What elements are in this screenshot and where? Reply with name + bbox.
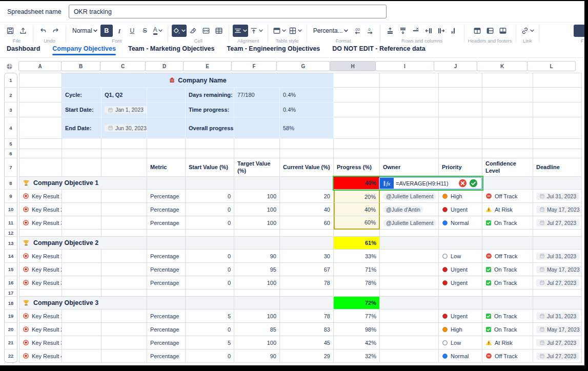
text-color-button[interactable]: A <box>152 25 164 37</box>
column-header-J[interactable]: J <box>434 61 477 71</box>
cell-C19[interactable] <box>102 310 147 323</box>
column-header-A[interactable]: A <box>18 61 62 71</box>
column-header-K[interactable]: K <box>477 61 528 71</box>
cell-K17[interactable] <box>482 290 533 297</box>
cell-K19[interactable]: On Track <box>482 310 533 323</box>
cell-D9[interactable]: Percentage <box>147 190 186 203</box>
cell-G10[interactable]: 40 <box>280 203 334 216</box>
cell-L8[interactable] <box>533 177 582 190</box>
cell-J19[interactable]: Urgent <box>439 310 482 323</box>
cell-H21[interactable]: 42% <box>334 336 380 349</box>
cell-F14[interactable]: 90 <box>234 250 280 263</box>
cell-I14[interactable] <box>380 250 439 263</box>
cell-E21[interactable]: 5 <box>186 336 234 349</box>
cell-L11[interactable]: Jul 27, 2023 <box>533 216 582 230</box>
cell-A10[interactable]: Key Result 2 <box>19 203 62 216</box>
cell-A20[interactable]: Key Result 2 <box>19 323 62 336</box>
cell-K22[interactable]: Off Track <box>482 349 533 363</box>
cell-I19[interactable] <box>380 310 439 323</box>
cell-A9[interactable]: Key Result 1 <box>19 190 62 203</box>
cell-F11[interactable]: 100 <box>234 216 280 230</box>
formula-confirm-button[interactable] <box>469 179 478 188</box>
cell-C12[interactable] <box>102 230 147 237</box>
cell-H12[interactable] <box>334 230 380 237</box>
cell-F20[interactable]: 85 <box>234 323 280 336</box>
cell-options-button[interactable] <box>213 25 225 37</box>
cell-H2[interactable] <box>334 88 380 102</box>
bold-button[interactable]: B <box>100 25 113 37</box>
column-header-G[interactable]: G <box>276 61 330 71</box>
cell-H18[interactable]: 72% <box>334 297 380 310</box>
cell-L7[interactable]: Deadline <box>533 158 582 177</box>
cell-A6[interactable] <box>19 149 62 158</box>
fill-color-button[interactable] <box>172 25 187 37</box>
cell-H1[interactable] <box>334 73 380 88</box>
cell-J13[interactable] <box>439 237 482 250</box>
cell-B7[interactable] <box>62 158 102 177</box>
cell-A18[interactable]: Company Objective 3 <box>19 297 147 310</box>
cell-F18[interactable] <box>234 297 280 310</box>
cell-B17[interactable] <box>62 290 102 297</box>
cell-J14[interactable]: Low <box>439 250 482 263</box>
row-header-11[interactable]: 11 <box>4 216 17 230</box>
column-header-L[interactable]: L <box>527 61 576 71</box>
cell-G4[interactable]: 58% <box>280 117 334 139</box>
cell-J20[interactable]: High <box>439 323 482 336</box>
cell-E5[interactable] <box>186 139 234 149</box>
cell-F13[interactable] <box>234 237 280 250</box>
row-header-15[interactable]: 15 <box>4 263 17 276</box>
cell-H7[interactable]: Progress (%) <box>334 158 380 177</box>
strikethrough-button[interactable]: S <box>139 25 151 37</box>
cell-K3[interactable] <box>482 102 533 117</box>
cell-J4[interactable] <box>439 117 482 139</box>
cell-J10[interactable]: Urgent <box>439 203 482 216</box>
cell-E13[interactable] <box>186 237 234 250</box>
row-header-19[interactable]: 19 <box>4 310 17 323</box>
cell-J16[interactable]: Urgent <box>439 276 482 290</box>
cell-D8[interactable] <box>147 177 186 190</box>
cell-K10[interactable]: At Risk <box>482 203 533 216</box>
tab-do-not-edit-reference-data[interactable]: DO NOT EDIT - Reference data <box>332 45 425 55</box>
row-header-18[interactable]: 18 <box>4 297 17 310</box>
cell-I12[interactable] <box>380 230 439 237</box>
cell-D15[interactable]: Percentage <box>147 263 186 276</box>
delete-column-button[interactable] <box>448 25 460 37</box>
tab-dashboard[interactable]: Dashboard <box>7 45 40 55</box>
cell-L21[interactable]: Jul 27, 2023 <box>533 336 582 349</box>
cell-L14[interactable]: Jul 31, 2023 <box>533 250 582 263</box>
cell-E7[interactable]: Start Value (%) <box>186 158 234 177</box>
cell-I21[interactable] <box>380 336 439 349</box>
cell-G15[interactable]: 67 <box>280 263 334 276</box>
cell-J3[interactable] <box>439 102 482 117</box>
cell-A11[interactable]: Key Result 3 <box>19 216 62 230</box>
header-row-button[interactable] <box>471 25 483 37</box>
cell-F15[interactable]: 95 <box>234 263 280 276</box>
cell-B2[interactable]: Cycle: <box>62 88 102 102</box>
cell-D22[interactable]: Percentage <box>147 349 186 363</box>
cell-L13[interactable] <box>533 237 582 250</box>
decimal-increase-button[interactable]: .0 <box>364 25 376 37</box>
cell-J7[interactable]: Priority <box>439 158 482 177</box>
cell-B14[interactable] <box>62 250 102 263</box>
insert-row-above-button[interactable] <box>384 25 396 37</box>
cell-E15[interactable]: 0 <box>186 263 234 276</box>
tab-company-objectives[interactable]: Company Objectives <box>52 45 116 55</box>
formula-cancel-button[interactable] <box>458 179 467 188</box>
cell-K15[interactable]: On Track <box>482 263 533 276</box>
cell-J17[interactable] <box>439 290 482 297</box>
cell-L22[interactable]: Jul 27, 2023 <box>533 349 582 363</box>
cell-I20[interactable] <box>380 323 439 336</box>
cell-K7[interactable]: Confidence Level <box>482 158 533 177</box>
cell-L20[interactable]: May 17, 2023 <box>533 323 582 336</box>
cell-A3[interactable] <box>19 102 62 117</box>
cell-I17[interactable] <box>380 290 439 297</box>
cell-C6[interactable] <box>102 149 147 158</box>
cell-A8[interactable]: Company Objective 1 <box>19 177 147 190</box>
cell-H13[interactable]: 61% <box>334 237 380 250</box>
cell-A16[interactable]: Key Result 3 <box>19 276 62 290</box>
row-header-12[interactable]: 12 <box>4 230 17 237</box>
cell-I11[interactable]: @Juliette Lallement <box>380 216 439 230</box>
cell-E3[interactable]: Time progress: <box>186 102 234 117</box>
header-column-button[interactable] <box>484 25 496 37</box>
cell-F21[interactable]: 100 <box>234 336 280 349</box>
